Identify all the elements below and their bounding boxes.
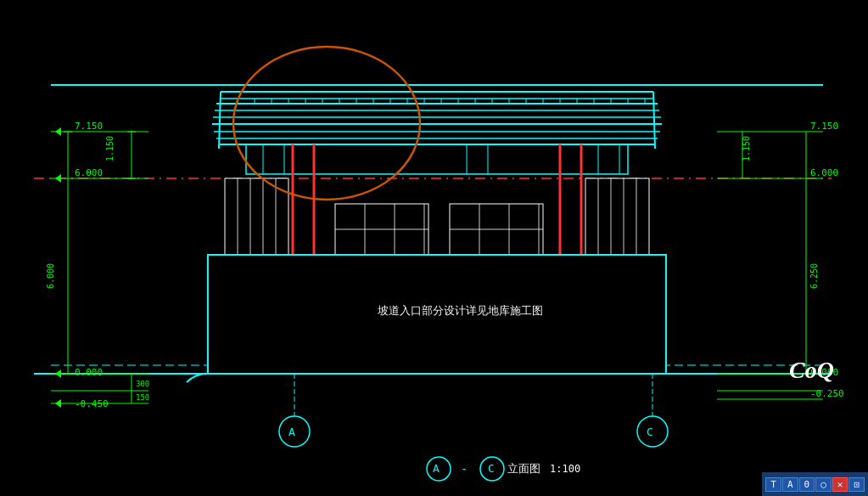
svg-text:6.250: 6.250 bbox=[809, 263, 819, 289]
svg-text:7.150: 7.150 bbox=[75, 121, 103, 132]
svg-marker-88 bbox=[55, 174, 61, 183]
svg-text:0.000: 0.000 bbox=[75, 367, 103, 378]
svg-line-13 bbox=[219, 92, 221, 149]
svg-text:300: 300 bbox=[136, 380, 149, 388]
svg-text:-: - bbox=[461, 462, 468, 475]
svg-line-14 bbox=[653, 92, 655, 149]
svg-text:A: A bbox=[288, 426, 295, 438]
svg-text:立面图: 立面图 bbox=[507, 462, 540, 475]
svg-text:C: C bbox=[488, 462, 495, 475]
svg-text:6.000: 6.000 bbox=[75, 167, 103, 178]
toolbar-btn-dots[interactable]: ○ bbox=[815, 477, 832, 492]
svg-text:6.000: 6.000 bbox=[810, 167, 838, 178]
svg-text:CoQ: CoQ bbox=[789, 357, 834, 383]
svg-text:7.150: 7.150 bbox=[810, 121, 838, 132]
svg-text:坡道入口部分设计详见地库施工图: 坡道入口部分设计详见地库施工图 bbox=[377, 304, 543, 317]
toolbar-btn-x[interactable]: ✕ bbox=[832, 477, 848, 492]
toolbar-btn-0[interactable]: 0 bbox=[799, 477, 815, 492]
toolbar-btn-t[interactable]: T bbox=[765, 477, 781, 492]
svg-text:A: A bbox=[433, 462, 440, 475]
svg-marker-90 bbox=[55, 399, 61, 408]
svg-marker-89 bbox=[55, 369, 61, 378]
toolbar-btn-y[interactable]: ⊡ bbox=[848, 477, 865, 492]
svg-marker-87 bbox=[55, 127, 61, 136]
toolbar-btn-a[interactable]: A bbox=[782, 477, 798, 492]
svg-text:-0.450: -0.450 bbox=[75, 398, 109, 409]
svg-text:C: C bbox=[647, 426, 653, 438]
toolbar: T A 0 ○ ✕ ⊡ bbox=[762, 472, 868, 496]
svg-text:1.150: 1.150 bbox=[742, 136, 751, 161]
svg-text:-0.250: -0.250 bbox=[810, 388, 844, 399]
svg-rect-40 bbox=[246, 144, 628, 174]
svg-text:150: 150 bbox=[136, 393, 149, 402]
svg-text:1:100: 1:100 bbox=[550, 463, 580, 475]
svg-text:6.000: 6.000 bbox=[46, 263, 55, 289]
svg-text:1.150: 1.150 bbox=[105, 136, 115, 161]
